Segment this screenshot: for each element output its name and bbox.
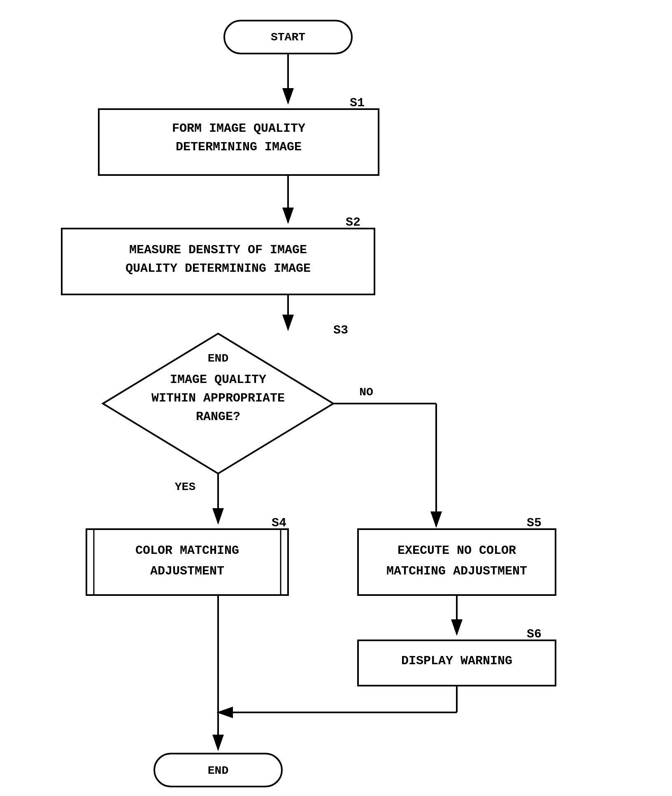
start-label: START [271, 31, 305, 44]
yes-label: YES [175, 481, 195, 493]
s4-node-outer [86, 529, 288, 595]
s2-step-label: S2 [346, 215, 360, 229]
s3-label-line1: IMAGE QUALITY [170, 373, 266, 387]
s5-label-line2: MATCHING ADJUSTMENT [386, 564, 527, 578]
s3-step-label: S3 [333, 323, 348, 337]
end-label-direct: END [208, 764, 228, 777]
s6-label: DISPLAY WARNING [401, 654, 512, 668]
s1-step-label: S1 [350, 96, 365, 110]
s1-label-line1: FORM IMAGE QUALITY [172, 121, 305, 135]
no-label: NO [359, 386, 373, 399]
s5-label-line1: EXECUTE NO COLOR [398, 544, 516, 558]
s3-label-line3: RANGE? [196, 410, 240, 424]
flowchart-container: START S1 FORM IMAGE QUALITY DETERMINING … [0, 0, 672, 796]
s1-label-line2: DETERMINING IMAGE [176, 140, 302, 154]
s5-step-label: S5 [527, 516, 542, 530]
s4-label-line2: ADJUSTMENT [150, 564, 224, 578]
s2-label-line2: QUALITY DETERMINING IMAGE [126, 261, 311, 275]
s2-label-line1: MEASURE DENSITY OF IMAGE [129, 243, 307, 257]
s6-step-label: S6 [527, 627, 542, 641]
s4-step-label: S4 [272, 516, 286, 530]
s5-node [358, 529, 556, 595]
end-label: END [208, 352, 228, 365]
s4-label-line1: COLOR MATCHING [135, 544, 239, 558]
s3-label-line2: WITHIN APPROPRIATE [151, 391, 285, 405]
